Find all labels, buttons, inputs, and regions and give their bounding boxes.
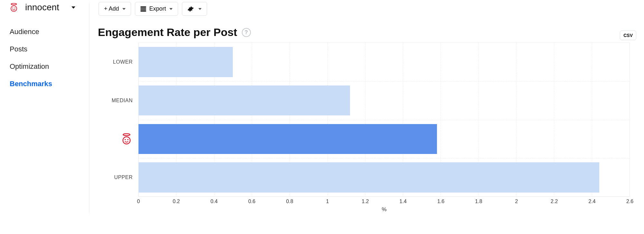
sidebar-item-audience[interactable]: Audience — [0, 23, 90, 40]
export-button[interactable]: Export — [135, 2, 178, 16]
brand-name: innocent — [25, 2, 59, 13]
x-tick: 1.8 — [475, 199, 482, 204]
bar-upper — [138, 162, 599, 192]
y-tick-innocent — [120, 133, 138, 145]
x-tick: 2.2 — [551, 199, 558, 204]
y-tick-lower: LOWER — [113, 59, 138, 65]
stack-icon — [140, 6, 146, 12]
chevron-down-icon — [198, 8, 202, 10]
bar-median — [138, 86, 350, 115]
page-title: Engagement Rate per Post — [98, 26, 237, 39]
x-tick: 2.6 — [626, 199, 633, 204]
add-button[interactable]: + Add — [99, 2, 131, 16]
bar-lower — [138, 47, 233, 77]
x-tick: 0.4 — [211, 199, 218, 204]
csv-export-button[interactable]: CSV — [620, 31, 636, 40]
x-tick: 1.6 — [437, 199, 444, 204]
x-tick: 2 — [515, 199, 518, 204]
export-button-label: Export — [149, 5, 166, 12]
bar-innocent — [138, 124, 437, 154]
add-button-label: + Add — [104, 5, 119, 12]
x-tick: 0.8 — [286, 199, 293, 204]
x-axis-title: % — [138, 206, 630, 213]
sidebar-item-benchmarks[interactable]: Benchmarks — [0, 75, 90, 93]
x-tick: 1.4 — [400, 199, 407, 204]
sidebar-nav: Audience Posts Optimization Benchmarks — [0, 15, 90, 93]
x-tick: 0 — [137, 199, 140, 204]
x-tick: 1 — [326, 199, 329, 204]
sidebar-item-posts[interactable]: Posts — [0, 40, 90, 58]
settings-button[interactable] — [182, 2, 207, 16]
gear-icon — [187, 6, 194, 12]
angel-icon — [120, 133, 133, 145]
x-tick: 0.2 — [173, 199, 180, 204]
chevron-down-icon — [122, 8, 126, 10]
chevron-down-icon — [169, 8, 173, 10]
y-tick-median: MEDIAN — [112, 98, 138, 104]
benchmark-chart: LOWERMEDIANUPPER 00.20.40.60.811.21.41.6… — [138, 42, 630, 213]
chevron-down-icon — [71, 6, 75, 9]
x-tick: 1.2 — [362, 199, 369, 204]
angel-icon — [8, 2, 19, 13]
sidebar-item-optimization[interactable]: Optimization — [0, 58, 90, 75]
x-tick: 0.6 — [248, 199, 255, 204]
y-tick-upper: UPPER — [114, 175, 138, 180]
help-icon[interactable]: ? — [242, 28, 251, 37]
x-tick: 2.4 — [588, 199, 595, 204]
